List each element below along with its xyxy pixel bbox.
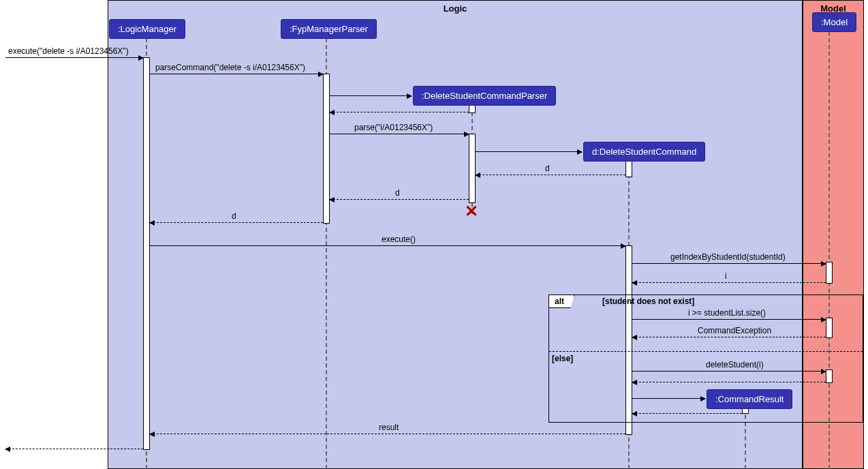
msg-check-size-label: i >= studentList.size() — [688, 308, 766, 318]
msg-delete-student-label: deleteStudent(i) — [706, 360, 764, 369]
msg-parse-command — [150, 74, 323, 74]
msg-parse-args — [330, 134, 469, 134]
activation-delete-parser-2 — [469, 134, 476, 203]
msg-parse-args-label: parse("i/A0123456X") — [354, 123, 433, 132]
alt-tab: alt — [549, 295, 574, 308]
msg-create-result-return — [632, 413, 742, 414]
msg-create-cmd-return-label: d — [545, 164, 550, 173]
msg-create-cmd — [476, 151, 582, 152]
msg-create-parser-return — [330, 112, 469, 112]
destroy-parser-icon: ✕ — [465, 203, 478, 220]
participant-delete-parser: :DeleteStudentCommandParser — [413, 86, 556, 106]
msg-parse-command-label: parseCommand("delete -s i/A0123456X") — [155, 63, 305, 72]
participant-delete-cmd: d:DeleteStudentCommand — [583, 142, 705, 162]
msg-delete-student-return — [632, 382, 826, 382]
msg-get-index-return-label: i — [725, 271, 727, 281]
msg-create-cmd-return — [476, 175, 625, 175]
msg-command-exception-label: CommandException — [698, 326, 771, 335]
alt-guard-2: [else] — [552, 354, 573, 363]
msg-get-index-label: getIndexByStudentId(studentId) — [670, 252, 786, 262]
alt-guard-1: [student does not exist] — [602, 297, 694, 306]
frame-logic-label: Logic — [444, 3, 467, 14]
msg-parsecommand-return-label: d — [232, 211, 236, 221]
msg-get-index-return — [632, 282, 826, 283]
msg-get-index — [632, 263, 826, 264]
msg-parsecommand-return — [150, 222, 323, 223]
participant-logic-manager: :LogicManager — [109, 19, 185, 39]
msg-create-result — [632, 398, 705, 399]
msg-parse-return-d-label: d — [395, 188, 400, 198]
msg-result-return-label: result — [379, 423, 399, 432]
msg-command-exception — [632, 337, 826, 337]
participant-model: :Model — [812, 12, 856, 32]
msg-execute-in — [5, 57, 143, 58]
msg-execute-cmd — [150, 245, 625, 246]
msg-delete-student — [632, 371, 826, 372]
msg-result-return — [150, 434, 625, 434]
msg-check-size — [632, 319, 826, 320]
participant-cmd-result: :CommandResult — [707, 389, 792, 409]
activation-model-1 — [826, 262, 833, 284]
msg-final-return — [5, 449, 143, 449]
participant-fyp-parser: :FypManagerParser — [281, 19, 377, 39]
alt-divider — [549, 351, 863, 352]
msg-execute-in-label: execute("delete -s i/A0123456X") — [8, 46, 129, 56]
activation-logic-manager — [143, 57, 150, 450]
msg-create-parser — [330, 95, 412, 96]
msg-parse-return-d — [330, 199, 469, 200]
msg-execute-cmd-label: execute() — [382, 234, 416, 244]
